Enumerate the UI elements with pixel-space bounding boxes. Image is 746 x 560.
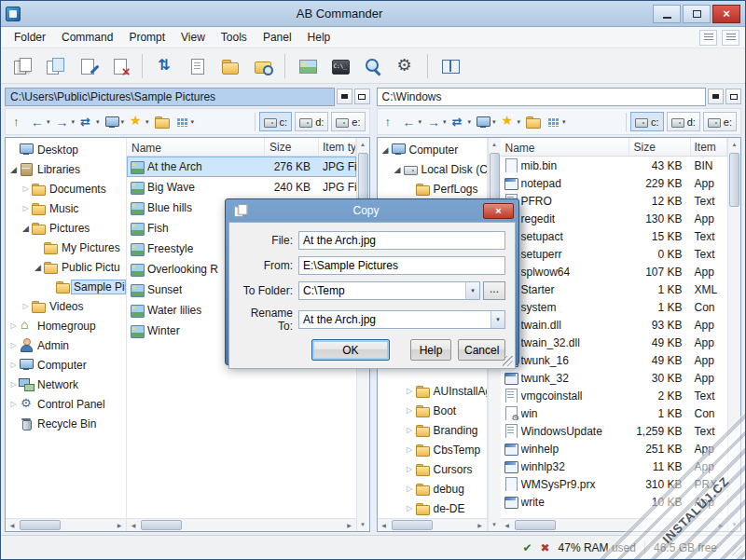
computer-button[interactable]: ▾ (474, 111, 498, 133)
file-row-winhelp[interactable]: winhelp251 KBApp (501, 440, 728, 458)
computer-button[interactable]: ▾ (103, 111, 127, 133)
file-row-vmgcoinstall[interactable]: vmgcoinstall2 KBText (501, 387, 728, 404)
file-row-win[interactable]: win1 KBCon (501, 404, 728, 422)
refresh-button[interactable]: ▾ (449, 111, 474, 133)
column-header-item[interactable]: Item (691, 138, 728, 156)
scroll-up-icon[interactable]: ▲ (489, 138, 501, 151)
file-row-system[interactable]: system1 KBCon (501, 298, 728, 316)
expander-icon[interactable]: ▷ (8, 341, 19, 349)
left-panel-menu-button[interactable] (337, 89, 352, 104)
file-row-windowsupdate[interactable]: WindowsUpdate1,259 KBText (501, 422, 728, 440)
file-row-winhlp32[interactable]: winhlp3211 KBApp (501, 458, 728, 475)
menu-item-tools[interactable]: Tools (214, 28, 255, 47)
close-button[interactable]: × (712, 5, 740, 23)
right-tree-hscrollbar[interactable]: ◀ ▶ (378, 518, 487, 531)
column-header-name[interactable]: Name (127, 138, 265, 156)
command-prompt-button[interactable] (325, 52, 355, 80)
drive-button-d[interactable]: d: (295, 112, 328, 131)
ok-button[interactable]: OK (311, 339, 390, 361)
scroll-left-icon[interactable]: ◀ (6, 519, 19, 531)
file-row-twunk-16[interactable]: twunk_1649 KBApp (501, 351, 728, 369)
scroll-down-icon[interactable]: ▼ (357, 518, 369, 531)
delete-button[interactable] (104, 52, 135, 80)
right-list-vscrollbar[interactable]: ▲ ▼ (727, 138, 740, 531)
scrollbar-thumb[interactable] (515, 520, 556, 530)
tree-item-auinstallag[interactable]: ▷AUInstallAg (378, 381, 487, 401)
forward-button[interactable]: ▾ (424, 111, 449, 133)
scroll-down-icon[interactable]: ▼ (728, 518, 740, 531)
drive-button-c[interactable]: c: (630, 112, 664, 131)
scroll-left-icon[interactable]: ◀ (501, 519, 514, 531)
maximize-button[interactable] (683, 5, 711, 23)
file-row-starter[interactable]: Starter1 KBXML (501, 280, 728, 298)
tree-item-public-pictu[interactable]: ◢Public Pictu (6, 257, 126, 277)
to-folder-input[interactable] (298, 281, 480, 300)
scroll-left-icon[interactable]: ◀ (127, 519, 140, 531)
dialog-close-button[interactable]: × (483, 203, 514, 219)
image-viewer-button[interactable] (292, 52, 323, 80)
menu-item-folder[interactable]: Folder (7, 28, 53, 47)
parent-folder-button[interactable] (7, 111, 27, 133)
scroll-up-icon[interactable]: ▲ (728, 138, 740, 151)
tree-item-desktop[interactable]: Desktop (6, 140, 126, 159)
folder-button[interactable] (523, 111, 543, 133)
file-row-setuperr[interactable]: setuperr0 KBText (501, 245, 728, 263)
settings-button[interactable] (390, 52, 421, 80)
tree-item-sample-pi[interactable]: Sample Pi (6, 277, 126, 296)
tree-item-homegroup[interactable]: ▷Homegroup (6, 316, 126, 335)
toolbar-toggle-button[interactable] (699, 30, 717, 46)
new-folder-button[interactable] (214, 52, 245, 80)
expander-icon[interactable]: ▷ (8, 321, 19, 330)
cancel-button[interactable]: Cancel (458, 339, 505, 361)
tree-item-boot[interactable]: ▷Boot (378, 401, 487, 420)
tree-item-cursors[interactable]: ▷Cursors (378, 459, 487, 479)
tree-item-cbstemp[interactable]: ▷CbsTemp (378, 440, 487, 459)
tree-item-perflogs[interactable]: PerfLogs (378, 179, 487, 198)
tree-item-admin[interactable]: ▷Admin (6, 335, 126, 355)
tree-item-music[interactable]: ▷Music (6, 198, 126, 218)
scrollbar-thumb[interactable] (392, 520, 433, 530)
file-row-at-the-arch[interactable]: At the Arch276 KBJPG File (127, 157, 356, 177)
tree-item-computer[interactable]: ◢Computer (378, 140, 487, 159)
combo-dropdown-button[interactable]: ▾ (465, 282, 479, 299)
views-button[interactable]: ▾ (544, 111, 568, 133)
menu-item-prompt[interactable]: Prompt (121, 28, 173, 47)
left-list-hscrollbar[interactable]: ◀ ▶ (127, 518, 356, 531)
drive-button-c[interactable]: c: (259, 112, 293, 131)
file-row-twain-32-dll[interactable]: twain_32.dll49 KBApp (501, 334, 728, 351)
forward-button[interactable]: ▾ (53, 111, 77, 133)
folder-search-button[interactable] (247, 52, 278, 80)
column-header-size[interactable]: Size (265, 138, 319, 156)
expander-icon[interactable]: ▷ (8, 400, 19, 408)
from-input[interactable] (298, 256, 505, 275)
scrollbar-track[interactable] (140, 519, 343, 531)
tree-item-de-de[interactable]: ▷de-DE (378, 499, 487, 518)
scroll-down-icon[interactable]: ▼ (489, 518, 501, 531)
column-header-size[interactable]: Size (629, 138, 691, 156)
tree-item-local-disk-c[interactable]: ◢Local Disk (C:) (378, 159, 487, 179)
column-header-name[interactable]: Name (501, 138, 629, 156)
expander-icon[interactable]: ▷ (8, 361, 19, 369)
favorites-button[interactable]: ▾ (127, 111, 151, 133)
scrollbar-track[interactable] (19, 519, 113, 531)
parent-folder-button[interactable] (380, 111, 399, 133)
back-button[interactable]: ▾ (28, 111, 52, 133)
tree-item-computer[interactable]: ▷Computer (6, 355, 126, 375)
tree-item-documents[interactable]: ▷Documents (6, 179, 126, 198)
copy-button[interactable] (7, 52, 37, 80)
scroll-right-icon[interactable]: ▶ (714, 519, 727, 531)
expander-icon[interactable]: ◢ (393, 165, 403, 174)
minimize-button[interactable] (653, 5, 681, 23)
tree-item-network[interactable]: ▷Network (6, 375, 126, 394)
expander-icon[interactable]: ▷ (405, 387, 415, 395)
file-row-notepad[interactable]: notepad229 KBApp (501, 174, 728, 192)
check-icon[interactable]: ✔ (522, 541, 532, 554)
tree-item-pictures[interactable]: ◢Pictures (6, 218, 126, 238)
drive-button-e[interactable]: e: (703, 112, 737, 131)
expander-icon[interactable]: ▷ (21, 204, 31, 212)
back-button[interactable]: ▾ (400, 111, 424, 133)
tree-item-recycle-bin[interactable]: Recycle Bin (6, 414, 126, 433)
dialog-resize-grip[interactable] (503, 356, 513, 366)
panel-layout-button[interactable] (435, 52, 465, 80)
expander-icon[interactable]: ▷ (405, 485, 415, 493)
